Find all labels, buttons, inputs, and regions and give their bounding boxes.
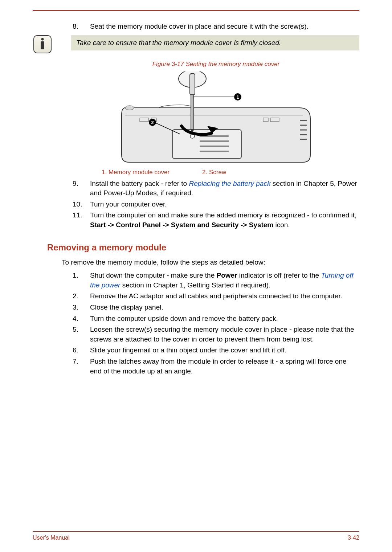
step-text: Turn the computer upside down and remove…: [90, 314, 359, 324]
remove-step-5: 5. Loosen the screw(s) securing the memo…: [73, 325, 359, 344]
step-number: 9.: [73, 179, 90, 198]
step-text: Remove the AC adaptor and all cables and…: [90, 291, 359, 301]
step-text: Slide your fingernail or a thin object u…: [90, 345, 359, 355]
step-8: 8. Seat the memory module cover in place…: [73, 22, 359, 32]
step-number: 3.: [73, 303, 90, 312]
step-text: Push the latches away from the module in…: [90, 357, 359, 376]
legend-2: 2. Screw: [202, 169, 226, 176]
step-number: 4.: [73, 314, 90, 324]
step-10: 10. Turn your computer over.: [73, 200, 359, 209]
menu-path: Start -> Control Panel -> System and Sec…: [90, 221, 273, 229]
step-number: 7.: [73, 357, 90, 376]
heading-removing-memory: Removing a memory module: [47, 242, 359, 253]
info-icon: [33, 35, 52, 53]
remove-step-7: 7. Push the latches away from the module…: [73, 357, 359, 376]
remove-step-1: 1. Shut down the computer - make sure th…: [73, 271, 359, 290]
power-indicator: Power: [217, 271, 237, 279]
footer-left: User's Manual: [33, 535, 70, 541]
step-text: Loosen the screw(s) securing the memory …: [90, 325, 359, 344]
step-number: 6.: [73, 345, 90, 355]
intro-paragraph: To remove the memory module, follow the …: [62, 258, 359, 267]
step-text: Shut down the computer - make sure the P…: [90, 271, 359, 290]
footer-rule: [33, 531, 359, 532]
step-9: 9. Install the battery pack - refer to R…: [73, 179, 359, 198]
callout-1: 1: [236, 94, 239, 100]
remove-step-6: 6. Slide your fingernail or a thin objec…: [73, 345, 359, 355]
step-text: Install the battery pack - refer to Repl…: [90, 179, 359, 198]
note-callout: Take care to ensure that the memory modu…: [33, 35, 359, 53]
remove-step-2: 2. Remove the AC adaptor and all cables …: [73, 291, 359, 301]
remove-step-4: 4. Turn the computer upside down and rem…: [73, 314, 359, 324]
svg-rect-1: [41, 41, 44, 49]
step-number: 5.: [73, 325, 90, 344]
note-text: Take care to ensure that the memory modu…: [71, 35, 359, 50]
remove-step-3: 3. Close the display panel.: [73, 303, 359, 312]
figure-diagram: 1 2: [118, 71, 314, 166]
link-replacing-battery[interactable]: Replacing the battery pack: [189, 180, 270, 187]
svg-rect-20: [191, 95, 194, 130]
page-footer: User's Manual 3-42: [33, 531, 359, 541]
svg-point-17: [125, 106, 134, 110]
callout-2: 2: [151, 120, 154, 125]
figure-legend: 1. Memory module cover 2. Screw: [102, 169, 359, 176]
legend-1: 1. Memory module cover: [102, 169, 170, 176]
figure-caption: Figure 3-17 Seating the memory module co…: [73, 61, 359, 68]
footer-right: 3-42: [348, 535, 359, 541]
step-number: 10.: [73, 200, 90, 209]
step-text: Turn your computer over.: [90, 200, 359, 209]
step-text: Seat the memory module cover in place an…: [90, 22, 359, 32]
step-text: Close the display panel.: [90, 303, 359, 312]
step-number: 2.: [73, 291, 90, 301]
step-text: Turn the computer on and make sure the a…: [90, 210, 359, 230]
step-number: 8.: [73, 22, 90, 32]
svg-point-0: [41, 38, 44, 40]
svg-rect-19: [190, 74, 195, 95]
step-number: 1.: [73, 271, 90, 290]
step-11: 11. Turn the computer on and make sure t…: [73, 210, 359, 230]
step-number: 11.: [73, 210, 90, 230]
top-rule: [33, 10, 359, 11]
